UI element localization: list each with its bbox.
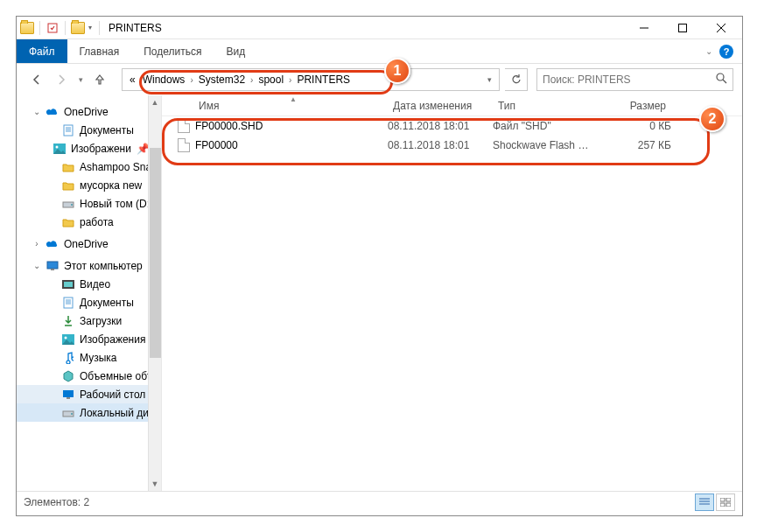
address-row: ▾ « Windows › System32 › spool › PRINTER… — [17, 64, 742, 95]
column-date[interactable]: Дата изменения — [388, 100, 493, 112]
sidebar-item[interactable]: ›OneDrive — [17, 234, 161, 253]
view-switcher — [695, 494, 735, 511]
breadcrumb-printers[interactable]: PRINTERS — [293, 69, 354, 90]
file-row[interactable]: FP0000008.11.2018 18:01Shockwave Flash …… — [162, 136, 742, 155]
sort-indicator-icon — [162, 94, 742, 100]
cloud-icon — [46, 238, 59, 250]
scroll-down-icon[interactable]: ▼ — [149, 477, 161, 491]
sidebar-item[interactable]: работа — [17, 213, 161, 231]
sidebar-item-label: работа — [80, 216, 114, 228]
expand-caret-icon[interactable]: › — [32, 239, 41, 248]
tab-file[interactable]: Файл — [17, 39, 67, 63]
search-icon[interactable] — [716, 73, 727, 87]
sidebar-item-label: Новый том (D:) — [80, 198, 153, 210]
svg-rect-33 — [726, 498, 731, 501]
search-box[interactable] — [536, 68, 733, 91]
separator — [99, 21, 100, 35]
sidebar-item-label: Изображени — [71, 143, 131, 155]
address-bar[interactable]: « Windows › System32 › spool › PRINTERS … — [122, 68, 500, 91]
chevron-right-icon[interactable]: › — [188, 75, 194, 85]
sidebar-scrollbar[interactable]: ▲ ▼ — [148, 95, 161, 491]
search-input[interactable] — [543, 74, 716, 86]
chevron-right-icon[interactable]: › — [249, 75, 255, 85]
svg-point-5 — [717, 74, 724, 80]
view-icons-button[interactable] — [716, 494, 735, 511]
window-controls — [625, 17, 740, 38]
sidebar-item[interactable]: ⌄OneDrive — [17, 102, 161, 121]
refresh-button[interactable] — [505, 68, 528, 91]
column-name[interactable]: Имя — [162, 100, 388, 112]
qat-newfolder-icon[interactable] — [71, 22, 85, 34]
sidebar-item[interactable]: Музыка — [17, 348, 161, 367]
svg-rect-34 — [720, 503, 725, 507]
column-type[interactable]: Тип — [493, 100, 596, 112]
sidebar-item[interactable]: Изображения — [17, 330, 161, 348]
scroll-up-icon[interactable]: ▲ — [149, 95, 161, 109]
minimize-button[interactable] — [625, 17, 663, 38]
sidebar-item[interactable]: Документы — [17, 121, 161, 139]
file-size: 257 КБ — [596, 139, 671, 151]
sidebar-item[interactable]: Новый том (D:) — [17, 194, 161, 213]
qat-dropdown-icon[interactable]: ▾ — [87, 21, 94, 35]
doc-icon — [62, 124, 74, 136]
breadcrumb-windows[interactable]: Windows — [139, 69, 189, 90]
sidebar-item[interactable]: Видео — [17, 275, 161, 293]
up-button[interactable] — [88, 68, 111, 91]
sidebar-item[interactable]: Изображени📌 — [17, 139, 161, 158]
nav-buttons: ▾ — [20, 68, 116, 91]
sidebar-item[interactable]: ⌄Этот компьютер — [17, 256, 161, 275]
tab-share[interactable]: Поделиться — [131, 39, 214, 63]
titlebar: ▾ PRINTERS — [17, 17, 742, 39]
scroll-thumb[interactable] — [150, 148, 161, 358]
svg-line-6 — [723, 80, 726, 83]
statusbar: Элементов: 2 — [17, 491, 742, 513]
sidebar-item[interactable]: мусорка new — [17, 176, 161, 194]
ribbon-expand-icon[interactable]: ⌄ — [705, 46, 712, 56]
svg-rect-26 — [67, 397, 70, 399]
svg-point-28 — [71, 413, 73, 415]
expand-caret-icon[interactable]: ⌄ — [32, 261, 41, 270]
tab-home[interactable]: Главная — [67, 39, 132, 63]
forward-button[interactable] — [50, 68, 73, 91]
help-icon[interactable]: ? — [719, 45, 733, 59]
breadcrumb-spool[interactable]: spool — [255, 69, 287, 90]
sidebar-item-label: Изображения — [80, 333, 145, 346]
status-item-count: Элементов: 2 — [24, 496, 89, 508]
separator — [39, 21, 40, 35]
sidebar-item-label: OneDrive — [64, 238, 109, 250]
file-row[interactable]: FP00000.SHD08.11.2018 18:01Файл "SHD"0 К… — [162, 116, 742, 136]
sidebar-item[interactable]: Ashampoo Snap — [17, 158, 161, 176]
sidebar-item[interactable]: Загрузки — [17, 312, 161, 330]
qat-properties-icon[interactable] — [46, 21, 60, 35]
sidebar-item[interactable]: Документы — [17, 293, 161, 312]
sidebar-item-label: Документы — [80, 124, 134, 136]
sidebar-item-label: Этот компьютер — [64, 260, 143, 272]
svg-rect-15 — [47, 262, 58, 269]
explorer-window: ▾ PRINTERS Файл Главная Поделиться Вид ⌄… — [16, 16, 743, 516]
file-type: Shockwave Flash … — [493, 139, 596, 151]
pc-icon — [46, 260, 59, 272]
sidebar-item[interactable]: Объемные объ — [17, 367, 161, 385]
sidebar-item[interactable]: Рабочий стол — [17, 385, 161, 403]
column-size[interactable]: Размер — [596, 100, 671, 112]
folder-icon[interactable] — [20, 22, 34, 34]
breadcrumb-prefix[interactable]: « — [126, 69, 139, 90]
back-button[interactable] — [25, 68, 48, 91]
view-details-button[interactable] — [695, 494, 714, 511]
video-icon — [62, 278, 74, 290]
sidebar-item-label: OneDrive — [64, 106, 109, 118]
file-list-area: Имя Дата изменения Тип Размер FP00000.SH… — [162, 95, 742, 491]
chevron-right-icon[interactable]: › — [287, 75, 293, 85]
img-icon — [62, 333, 74, 346]
sidebar-item-label: Видео — [80, 278, 110, 290]
address-dropdown-icon[interactable]: ▾ — [484, 75, 495, 84]
breadcrumb-system32[interactable]: System32 — [195, 69, 249, 90]
file-name: FP00000.SHD — [195, 120, 263, 132]
close-button[interactable] — [702, 17, 740, 38]
sidebar-item[interactable]: Локальный дис — [17, 403, 161, 422]
drive-icon — [62, 407, 74, 419]
recent-dropdown-icon[interactable]: ▾ — [74, 68, 87, 91]
maximize-button[interactable] — [663, 17, 702, 38]
expand-caret-icon[interactable]: ⌄ — [32, 107, 41, 116]
tab-view[interactable]: Вид — [214, 39, 257, 63]
